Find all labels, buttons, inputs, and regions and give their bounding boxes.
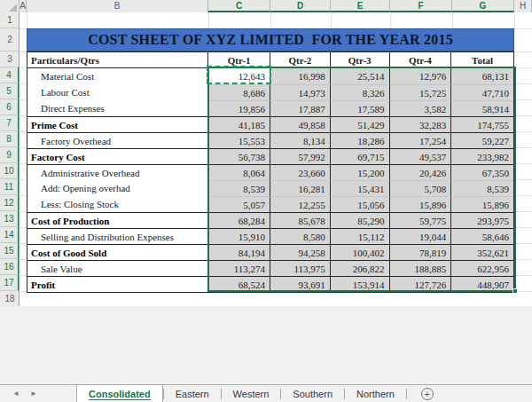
cell-value[interactable]: 352,621 [451, 244, 513, 260]
cell-value[interactable]: 12,976 [390, 68, 452, 84]
table-header-Qtr-1[interactable]: Qtr-1 [208, 52, 270, 68]
prev-sheet-arrow-icon[interactable]: ◄ [12, 390, 20, 398]
cell-value[interactable]: 14,973 [270, 84, 331, 100]
cell-value[interactable]: 113,274 [208, 260, 270, 276]
cell-value[interactable]: 15,896 [390, 196, 452, 212]
cell-value[interactable]: 85,678 [270, 212, 331, 228]
cell-value[interactable]: 5,708 [390, 180, 452, 196]
cell-value[interactable]: 58,646 [451, 228, 513, 244]
cell-value[interactable]: 15,431 [331, 180, 390, 196]
table-header-Total[interactable]: Total [451, 52, 513, 68]
row-label[interactable]: Cost of Production [27, 212, 208, 228]
row-header-9[interactable]: 9 [0, 147, 20, 163]
cell-value[interactable]: 17,589 [331, 100, 390, 116]
sheet-tab-northern[interactable]: Northern [345, 385, 406, 402]
cell-value[interactable]: 293,975 [451, 212, 513, 228]
cell-value[interactable]: 67,350 [451, 164, 513, 180]
row-label[interactable]: Factory Cost [27, 148, 208, 164]
sheet-tab-western[interactable]: Western [222, 385, 281, 402]
cell-value[interactable]: 23,660 [270, 164, 331, 180]
column-header-H[interactable]: H [514, 0, 532, 12]
cell-value[interactable]: 59,775 [390, 212, 452, 228]
row-label[interactable]: Direct Expenses [27, 100, 208, 116]
row-label[interactable]: Factory Overhead [27, 132, 208, 148]
cell-value[interactable]: 8,539 [208, 180, 270, 196]
column-header-G[interactable]: G [452, 0, 514, 12]
column-header-B[interactable]: B [27, 0, 208, 12]
cell-value[interactable]: 100,402 [331, 244, 390, 260]
row-header-11[interactable]: 11 [0, 179, 20, 195]
cell-value[interactable]: 16,281 [270, 180, 331, 196]
row-label[interactable]: Add: Opening overhad [27, 180, 208, 196]
row-label[interactable]: Labour Cost [27, 84, 208, 100]
cell-value[interactable]: 8,134 [270, 132, 331, 148]
cell-value[interactable]: 3,582 [390, 100, 452, 116]
row-header-13[interactable]: 13 [0, 211, 20, 227]
row-header-16[interactable]: 16 [0, 259, 20, 275]
row-label[interactable]: Less: Closing Stock [27, 196, 208, 212]
sheet-tab-eastern[interactable]: Eastern [164, 385, 221, 402]
cell-value[interactable]: 5,057 [208, 196, 270, 212]
row-header-7[interactable]: 7 [0, 115, 20, 131]
cell-value[interactable]: 85,290 [331, 212, 390, 228]
cell-value[interactable]: 8,686 [208, 84, 270, 100]
row-label[interactable]: Material Cost [27, 68, 208, 84]
cell-value[interactable]: 17,887 [270, 100, 331, 116]
row-label[interactable]: Profit [27, 276, 208, 292]
cell-value[interactable]: 448,907 [451, 276, 513, 292]
row-label[interactable]: Selling and Distribution Expenses [27, 228, 208, 244]
row-header-5[interactable]: 5 [0, 83, 20, 99]
cell-value[interactable]: 15,896 [451, 196, 513, 212]
cell-value[interactable]: 56,738 [208, 148, 270, 164]
column-header-A[interactable]: A [20, 0, 27, 12]
cell-value[interactable]: 47,710 [451, 84, 513, 100]
cell-value[interactable]: 15,553 [208, 132, 270, 148]
cell-value[interactable]: 15,112 [331, 228, 390, 244]
row-header-2[interactable]: 2 [0, 28, 20, 51]
selection-fill-handle[interactable] [512, 288, 518, 294]
active-cell-C4[interactable]: 12,643 [208, 68, 270, 84]
cell-value[interactable]: 19,856 [208, 100, 270, 116]
cell-value[interactable]: 69,715 [331, 148, 390, 164]
cell-value[interactable]: 18,286 [331, 132, 390, 148]
row-label[interactable]: Administrative Overhead [27, 164, 208, 180]
row-header-4[interactable]: 4 [0, 67, 20, 83]
table-header-Qtr-2[interactable]: Qtr-2 [270, 52, 331, 68]
table-header-Qtr-4[interactable]: Qtr-4 [390, 52, 452, 68]
cell-value[interactable]: 8,326 [331, 84, 390, 100]
table-header-Qtr-3[interactable]: Qtr-3 [331, 52, 390, 68]
next-sheet-arrow-icon[interactable]: ► [30, 390, 37, 398]
cell-value[interactable]: 8,064 [208, 164, 270, 180]
cost-table[interactable]: Particulars/QtrsQtr-1Qtr-2Qtr-3Qtr-4Tota… [27, 51, 514, 293]
cell-value[interactable]: 19,044 [390, 228, 452, 244]
row-label[interactable]: Cost of Good Sold [27, 244, 208, 260]
cell-value[interactable]: 84,194 [208, 244, 270, 260]
cell-value[interactable]: 68,131 [451, 68, 513, 84]
cell-value[interactable]: 206,822 [331, 260, 390, 276]
column-header-F[interactable]: F [390, 0, 452, 12]
select-all-button[interactable] [0, 0, 20, 12]
cell-value[interactable]: 188,885 [390, 260, 452, 276]
cell-value[interactable]: 94,258 [270, 244, 331, 260]
row-header-10[interactable]: 10 [0, 163, 20, 179]
column-header-E[interactable]: E [331, 0, 390, 12]
cell-value[interactable]: 41,185 [208, 116, 270, 132]
cell-value[interactable]: 16,998 [270, 68, 331, 84]
cell-value[interactable]: 8,580 [270, 228, 331, 244]
cell-value[interactable]: 25,514 [331, 68, 390, 84]
new-sheet-button[interactable]: + [421, 388, 434, 400]
column-header-D[interactable]: D [270, 0, 331, 12]
cell-value[interactable]: 15,056 [331, 196, 390, 212]
title-merged-cell[interactable]: COST SHEET OF XYZ LIMITED FOR THE YEAR 2… [27, 28, 514, 51]
cell-value[interactable]: 32,283 [390, 116, 452, 132]
cell-value[interactable]: 49,858 [270, 116, 331, 132]
cell-value[interactable]: 58,914 [451, 100, 513, 116]
row-header-12[interactable]: 12 [0, 195, 20, 211]
row-header-3[interactable]: 3 [0, 51, 20, 67]
cell-value[interactable]: 49,537 [390, 148, 452, 164]
cell-value[interactable]: 15,910 [208, 228, 270, 244]
cell-value[interactable]: 15,725 [390, 84, 452, 100]
cell-value[interactable]: 174,755 [451, 116, 513, 132]
cell-value[interactable]: 51,429 [331, 116, 390, 132]
row-label[interactable]: Sale Value [27, 260, 208, 276]
